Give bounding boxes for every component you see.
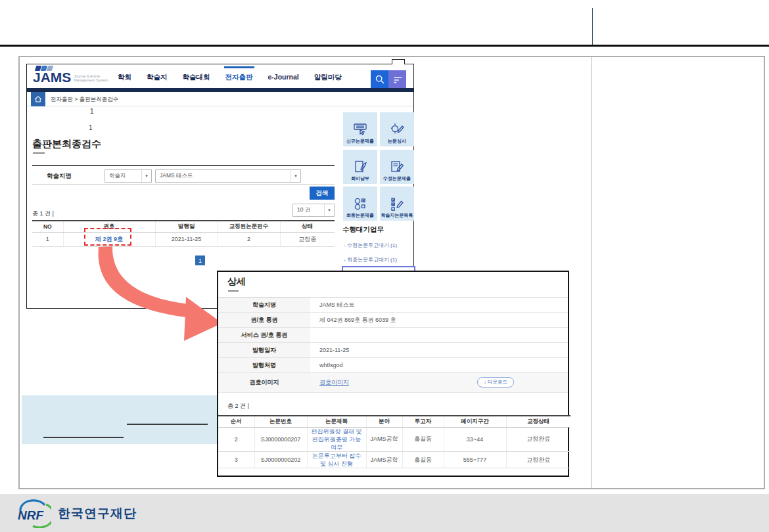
search-icon[interactable] <box>371 70 388 88</box>
field-label-publisher: 발행처명 <box>218 358 310 372</box>
field-value-publish-date: 2021-11-25 <box>310 343 568 357</box>
field-value-volume: 제 042권 869호 통권 6039 호 <box>310 313 568 327</box>
cell-status: 교정중 <box>280 232 335 246</box>
doc-feather-icon <box>352 159 369 175</box>
search-form: 학술지명 학술지 ▼ JAMS 테스트 ▼ <box>32 165 335 185</box>
col-date: 발행일 <box>155 221 218 232</box>
menu-society[interactable]: 학회 <box>118 73 131 82</box>
doc-pencil-icon <box>388 159 406 175</box>
field-label-publish-date: 발행일자 <box>218 343 310 357</box>
tile-journal-article-list[interactable]: 학술지논문목록 <box>380 187 414 221</box>
col-no: NO <box>32 221 63 232</box>
menu-ejournal[interactable]: e-Journal <box>268 73 299 82</box>
svg-text:NRF: NRF <box>18 508 44 522</box>
menu-journal[interactable]: 학술지 <box>147 73 168 82</box>
annotation-arrow <box>92 243 230 345</box>
chevron-down-icon: ▼ <box>324 204 334 216</box>
tile-final-submission[interactable]: 최종논문제출 <box>343 187 377 221</box>
jams-logo-diamonds-icon <box>35 66 108 71</box>
article-list-table: 순서 논문번호 논문제목 분야 투고자 페이지구간 교정상태 2 SJ00000… <box>218 415 568 468</box>
checklist-pencil-icon <box>388 196 406 211</box>
pending-tasks-title: 수행대기업무 <box>342 225 384 234</box>
list-total: 총 1 건 | <box>32 210 54 218</box>
table-row: 2 SJ0000000207 편집위원장 결재 및 편집위원총평 가능여부 JA… <box>218 427 571 451</box>
breadcrumb: 전자출판 > 출판본최종검수 <box>27 92 413 106</box>
window-notch <box>392 59 405 64</box>
table-row: 3 SJ0000000202 논문투고부터 접수 및 심사 진행 JAMS공학 … <box>218 451 571 468</box>
article-title-link[interactable]: 편집위원장 결재 및 편집위원총평 가능여부 <box>308 428 366 451</box>
tile-revised-submission[interactable]: 수정논문제출 <box>380 150 414 184</box>
journal-type-select[interactable]: 학술지 ▼ <box>105 169 152 183</box>
journal-name-label: 학술지명 <box>47 172 72 181</box>
col-page-range: 페이지구간 <box>444 416 506 427</box>
annotation-line-2 <box>43 437 124 438</box>
field-label-journal: 학술지명 <box>218 298 310 312</box>
manual-page: { "annotations": { "step1": "1", "step2"… <box>0 0 769 532</box>
nrf-org-name: 한국연구재단 <box>58 505 137 522</box>
breadcrumb-path[interactable]: 전자출판 > 출판본최종검수 <box>51 96 118 104</box>
field-value-service-volume <box>310 328 568 342</box>
faces-check-icon <box>352 196 369 211</box>
annotation-step-1a: 1 <box>90 108 94 115</box>
pending-revised-link[interactable]: - 수정논문투고대기 (1) <box>344 242 397 249</box>
page-title-underline <box>33 152 45 154</box>
field-label-volume: 권/호 통권 <box>218 313 310 327</box>
annotation-step-1b: 1 <box>89 124 93 131</box>
col-order: 순서 <box>218 416 254 427</box>
cell-no: 1 <box>32 232 63 246</box>
bulb-pencil-icon <box>388 122 406 137</box>
cover-image-link[interactable]: 권호이미지 <box>319 378 349 387</box>
nrf-mark-icon: NRF <box>17 499 51 528</box>
col-status: 상태 <box>280 221 335 232</box>
popup-title-underline <box>228 290 239 292</box>
menu-epublish[interactable]: 전자출판 <box>225 73 253 82</box>
field-value-journal: JAMS 테스트 <box>310 298 568 312</box>
menu-notice[interactable]: 알림마당 <box>314 73 342 82</box>
nrf-logo: NRF 한국연구재단 <box>17 499 137 528</box>
search-button[interactable]: 검색 <box>310 187 335 200</box>
pending-final-link[interactable]: - 최종논문투고대기 (1) <box>344 256 397 263</box>
home-icon[interactable] <box>31 92 45 106</box>
jams-logo[interactable]: JAMS Journal & Article Management System <box>33 66 108 84</box>
table-column-divider-top <box>592 8 593 45</box>
tile-review[interactable]: 논문심사 <box>380 112 414 146</box>
field-value-publisher: whtlsgod <box>310 358 568 372</box>
col-article-title: 논문제목 <box>307 416 366 427</box>
page-title: 출판본최종검수 <box>32 138 101 150</box>
chevron-down-icon: ▼ <box>291 170 300 182</box>
tile-fee-payment[interactable]: 회비납부 <box>343 150 377 184</box>
chevron-down-icon: ▼ <box>141 170 151 182</box>
popup-list-total: 총 2 건 | <box>227 402 249 410</box>
annotation-line-1 <box>127 424 208 425</box>
download-button[interactable]: ↓ 다운로드 <box>477 377 514 388</box>
article-title-link[interactable]: 논문투고부터 접수 및 심사 진행 <box>308 452 366 468</box>
menu-conference[interactable]: 학술대회 <box>183 73 210 82</box>
jams-logo-text: JAMS <box>33 71 71 84</box>
col-correction-status: 교정상태 <box>506 416 571 427</box>
journal-select[interactable]: JAMS 테스트 ▼ <box>155 169 301 183</box>
jams-logo-subtitle2: Management System <box>74 78 108 82</box>
top-horizontal-rule <box>0 45 769 47</box>
jams-header: JAMS Journal & Article Management System… <box>27 64 413 88</box>
popup-title: 상세 <box>227 276 246 288</box>
col-article-no: 논문번호 <box>254 416 307 427</box>
field-label-service-volume: 서비스 권/호 통권 <box>218 328 310 342</box>
col-field: 분야 <box>366 416 402 427</box>
content-frame-divider <box>591 57 592 488</box>
col-author: 투고자 <box>402 416 444 427</box>
col-corrected-count: 교정된논문편수 <box>218 221 280 232</box>
page-size-select[interactable]: 10 건 ▼ <box>292 204 335 217</box>
tile-new-submission[interactable]: 신규논문제출 <box>343 112 377 146</box>
detail-popup: 상세 학술지명 JAMS 테스트 권/호 통권 제 042권 869호 통권 6… <box>217 271 569 477</box>
keyboard-hand-icon <box>352 122 369 137</box>
detail-table: 학술지명 JAMS 테스트 권/호 통권 제 042권 869호 통권 6039… <box>218 297 568 393</box>
menu-filter-icon[interactable] <box>388 70 406 88</box>
main-menu: 학회 학술지 학술대회 전자출판 e-Journal 알림마당 <box>118 73 342 82</box>
field-label-cover-image: 권호이미지 <box>218 373 310 392</box>
